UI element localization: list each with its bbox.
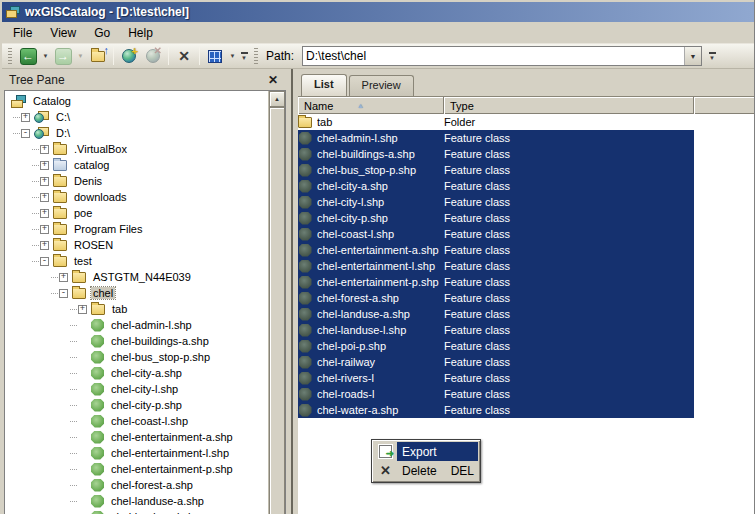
list-row-chel-forest-a-shp[interactable]: chel-forest-a.shpFeature class (298, 290, 694, 306)
tree-item-chel-city-p-shp[interactable]: chel-city-p.shp (5, 397, 268, 413)
forward-button[interactable]: → (51, 45, 75, 67)
context-menu-item-export[interactable]: Export (374, 442, 478, 461)
column-header-type[interactable]: Type (444, 97, 694, 114)
tree-item-test[interactable]: -test (5, 253, 268, 269)
expand-icon[interactable]: + (40, 209, 49, 218)
expand-icon[interactable]: + (40, 193, 49, 202)
toolbar-grip[interactable] (254, 48, 258, 64)
tree-vertical-scrollbar[interactable]: ▲ (268, 91, 285, 514)
toolbar-overflow-button[interactable]: ▼ (238, 47, 250, 65)
scroll-up-icon[interactable]: ▲ (269, 91, 285, 107)
pane-splitter[interactable] (287, 69, 298, 514)
tab-list[interactable]: List (301, 74, 347, 96)
shapefile-icon (299, 260, 312, 273)
list-row-chel-water-a-shp[interactable]: chel-water-a.shpFeature class (298, 402, 694, 418)
tree-item-c[interactable]: +C:\ (5, 109, 268, 125)
tree-item-poe[interactable]: +poe (5, 205, 268, 221)
tree-item-chel-coast-l-shp[interactable]: chel-coast-l.shp (5, 413, 268, 429)
expand-icon[interactable]: + (40, 161, 49, 170)
tree-connector (32, 261, 39, 262)
tree-item-astgtm-n44e039[interactable]: +ASTGTM_N44E039 (5, 269, 268, 285)
expand-icon[interactable]: + (40, 241, 49, 250)
shapefile-icon (299, 276, 312, 289)
tree-item-label: chel-entertainment-l.shp (109, 447, 231, 459)
back-button[interactable]: ← (16, 45, 40, 67)
title-bar: wxGISCatalog - [D:\test\chel] (2, 2, 754, 22)
delete-button[interactable]: ✕ (172, 45, 196, 67)
close-icon[interactable]: ✕ (266, 73, 280, 87)
tree-item-denis[interactable]: +Denis (5, 173, 268, 189)
back-dropdown-button[interactable]: ▼ (40, 45, 51, 67)
tree-item-chel-admin-l-shp[interactable]: chel-admin-l.shp (5, 317, 268, 333)
scrollbar-thumb[interactable] (269, 107, 285, 514)
list-row-chel-poi-p-shp[interactable]: chel-poi-p.shpFeature class (298, 338, 694, 354)
tree-item-downloads[interactable]: +downloads (5, 189, 268, 205)
collapse-icon[interactable]: - (40, 257, 49, 266)
tree-item-tab[interactable]: +tab (5, 301, 268, 317)
expand-icon[interactable]: + (21, 113, 30, 122)
row-type: Feature class (444, 404, 694, 416)
toolbar-overflow-button[interactable]: ▼ (706, 47, 718, 65)
connect-folder-button[interactable]: + (117, 45, 141, 67)
list-row-chel-city-a-shp[interactable]: chel-city-a.shpFeature class (298, 178, 694, 194)
tree-item-d[interactable]: -D:\ (5, 125, 268, 141)
list-row-chel-entertainment-p-shp[interactable]: chel-entertainment-p.shpFeature class (298, 274, 694, 290)
expand-icon[interactable]: + (40, 145, 49, 154)
view-dropdown-button[interactable]: ▼ (227, 45, 238, 67)
list-row-chel-coast-l-shp[interactable]: chel-coast-l.shpFeature class (298, 226, 694, 242)
column-header-name[interactable]: Name▲ (298, 97, 444, 114)
list-row-chel-landuse-l-shp[interactable]: chel-landuse-l.shpFeature class (298, 322, 694, 338)
expand-icon[interactable]: + (40, 177, 49, 186)
tree-item-chel-landuse-l-shp[interactable]: chel-landuse-l.shp (5, 509, 268, 514)
tree-item-chel-city-a-shp[interactable]: chel-city-a.shp (5, 365, 268, 381)
menu-go[interactable]: Go (85, 23, 119, 43)
list-row-chel-rivers-l[interactable]: chel-rivers-lFeature class (298, 370, 694, 386)
view-mode-button[interactable] (203, 45, 227, 67)
disconnect-folder-button[interactable]: ✕ (141, 45, 165, 67)
tree-item-virtualbox[interactable]: +.VirtualBox (5, 141, 268, 157)
tree-item-chel-city-l-shp[interactable]: chel-city-l.shp (5, 381, 268, 397)
list-row-chel-buildings-a-shp[interactable]: chel-buildings-a.shpFeature class (298, 146, 694, 162)
list-row-tab[interactable]: tabFolder (298, 114, 694, 130)
forward-dropdown-button[interactable]: ▼ (75, 45, 86, 67)
tree-item-chel-entertainment-a-shp[interactable]: chel-entertainment-a.shp (5, 429, 268, 445)
up-one-level-button[interactable]: ↑ (86, 45, 110, 67)
menu-help[interactable]: Help (119, 23, 162, 43)
tree-item-chel-landuse-a-shp[interactable]: chel-landuse-a.shp (5, 493, 268, 509)
tree-item-chel-entertainment-p-shp[interactable]: chel-entertainment-p.shp (5, 461, 268, 477)
tree-item-chel-entertainment-l-shp[interactable]: chel-entertainment-l.shp (5, 445, 268, 461)
list-row-chel-bus-stop-p-shp[interactable]: chel-bus_stop-p.shpFeature class (298, 162, 694, 178)
list-row-chel-railway[interactable]: chel-railwayFeature class (298, 354, 694, 370)
toolbar-grip[interactable] (8, 48, 12, 64)
collapse-icon[interactable]: - (21, 129, 30, 138)
collapse-icon[interactable]: - (59, 289, 68, 298)
tree-item-program-files[interactable]: +Program Files (5, 221, 268, 237)
menu-view[interactable]: View (41, 23, 85, 43)
tree-item-chel[interactable]: -chel (5, 285, 268, 301)
row-name: chel-city-p.shp (317, 212, 444, 224)
path-input[interactable] (303, 47, 684, 65)
list-row-chel-entertainment-a-shp[interactable]: chel-entertainment-a.shpFeature class (298, 242, 694, 258)
tab-preview[interactable]: Preview (349, 75, 414, 96)
list-row-chel-city-p-shp[interactable]: chel-city-p.shpFeature class (298, 210, 694, 226)
expand-icon[interactable]: + (40, 225, 49, 234)
list-row-chel-entertainment-l-shp[interactable]: chel-entertainment-l.shpFeature class (298, 258, 694, 274)
expand-icon[interactable]: + (78, 305, 87, 314)
tree-item-rosen[interactable]: +ROSEN (5, 237, 268, 253)
tree-item-chel-buildings-a-shp[interactable]: chel-buildings-a.shp (5, 333, 268, 349)
tree-connector (70, 453, 77, 454)
tree-item-catalog[interactable]: Catalog (5, 93, 268, 109)
shapefile-icon (299, 132, 312, 145)
context-menu-item-delete[interactable]: ✕DeleteDEL (374, 461, 478, 480)
list-row-chel-roads-l[interactable]: chel-roads-lFeature class (298, 386, 694, 402)
menu-file[interactable]: File (4, 23, 41, 43)
tree-item-chel-forest-a-shp[interactable]: chel-forest-a.shp (5, 477, 268, 493)
list-row-chel-landuse-a-shp[interactable]: chel-landuse-a.shpFeature class (298, 306, 694, 322)
tree-item-chel-bus-stop-p-shp[interactable]: chel-bus_stop-p.shp (5, 349, 268, 365)
list-row-chel-city-l-shp[interactable]: chel-city-l.shpFeature class (298, 194, 694, 210)
tree-item-catalog[interactable]: +catalog (5, 157, 268, 173)
list-row-chel-admin-l-shp[interactable]: chel-admin-l.shpFeature class (298, 130, 694, 146)
tree-pane-header: Tree Pane ✕ (2, 69, 287, 90)
path-dropdown-button[interactable]: ▼ (684, 47, 701, 65)
expand-icon[interactable]: + (59, 273, 68, 282)
